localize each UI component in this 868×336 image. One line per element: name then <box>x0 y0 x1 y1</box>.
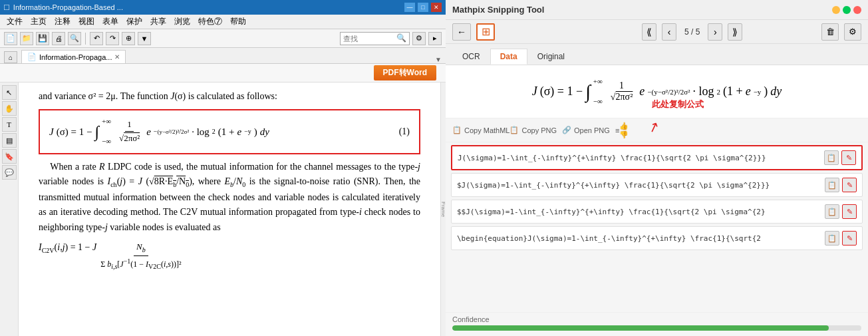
nav-prev-btn[interactable]: ‹ <box>662 23 676 41</box>
window-controls: — □ ✕ <box>404 3 442 12</box>
latex-item-3-actions: 📋 ✎ <box>825 231 857 246</box>
menu-browse[interactable]: 浏览 <box>170 16 194 27</box>
save-icon[interactable]: 💾 <box>36 32 49 45</box>
tab-document[interactable]: 📄 Information-Propaga... ✕ <box>21 50 126 63</box>
comment-icon[interactable]: 💬 <box>2 165 17 180</box>
menu-share[interactable]: 共享 <box>146 16 170 27</box>
mathpix-tabs: OCR Data Original <box>446 44 868 65</box>
confidence-label: Confidence <box>452 315 861 323</box>
copy-png-label: Copy PNG <box>521 126 557 134</box>
close-btn[interactable]: ✕ <box>431 3 442 12</box>
latex-copy-btn-1[interactable]: 📋 <box>825 178 839 192</box>
open-icon[interactable]: 📁 <box>20 32 33 45</box>
open-png-btn[interactable]: 🔗 Open PNG <box>562 126 610 134</box>
copy-png-icon: 📋 <box>509 126 519 134</box>
latex-item-2-actions: 📋 ✎ <box>825 204 857 219</box>
nav-next-btn[interactable]: › <box>708 23 722 41</box>
menu-protect[interactable]: 保护 <box>122 16 146 27</box>
search-input[interactable] <box>343 35 396 43</box>
search-icon[interactable]: 🔍 <box>396 33 406 43</box>
menu-special[interactable]: 特色⑦ <box>194 16 226 27</box>
dislike-btn[interactable]: 👎 <box>619 130 629 139</box>
minimize-btn[interactable]: — <box>404 3 415 12</box>
app-title: Information-Propagation-Based ... <box>13 3 123 11</box>
latex-text-3: \begin{equation}J(\sigma)=1-\int_{-\inft… <box>457 234 825 243</box>
confidence-bar-fill <box>452 325 829 331</box>
text-paragraph-1: and variance σ² = 2μ. The function J(σ) … <box>39 89 420 104</box>
menu-view[interactable]: 视图 <box>74 16 98 27</box>
tab-close-btn[interactable]: ✕ <box>114 53 120 61</box>
redo-icon[interactable]: ↷ <box>106 32 119 45</box>
mathpix-action-bar: 📋 Copy MathML 此处复制公式 ↙ 📋 Copy PNG 🔗 Open… <box>446 118 868 142</box>
copy-mathml-label: Copy MathML <box>464 126 509 134</box>
latex-copy-btn-2[interactable]: 📋 <box>825 204 839 219</box>
latex-copy-btn-0[interactable]: 📋 <box>824 150 839 165</box>
tab-data[interactable]: Data <box>490 49 527 65</box>
search-box[interactable]: 🔍 <box>340 32 410 45</box>
mathpix-minimize-btn[interactable] <box>832 6 840 14</box>
cursor-tool-icon[interactable]: ↖ <box>2 85 17 100</box>
like-btn[interactable]: 👍 <box>619 122 629 130</box>
zoom-icon[interactable]: 🔍 <box>68 32 81 45</box>
cursor-icon[interactable]: ⊕ <box>122 32 135 45</box>
menu-bar: 文件 主页 注释 视图 表单 保护 共享 浏览 特色⑦ 帮助 <box>0 15 446 29</box>
expand-icon[interactable]: ▸ <box>428 32 442 45</box>
nav-back-btn[interactable]: ← <box>452 23 471 41</box>
main-toolbar: 📄 📁 💾 🖨 🔍 ↶ ↷ ⊕ ▼ 🔍 ⚙ ▸ <box>0 29 446 48</box>
mathpix-rendered-math: J(σ) = 1 − ∫ +∞ −∞ 1 √2πσ² e−(y−σ²/2)²/2… <box>446 65 868 118</box>
open-png-label: Open PNG <box>574 126 610 134</box>
menu-form[interactable]: 表单 <box>98 16 122 27</box>
mathpix-settings-btn[interactable]: ⚙ <box>844 23 861 41</box>
copy-png-btn[interactable]: 📋 Copy PNG <box>509 126 557 134</box>
highlight-icon[interactable]: ▤ <box>2 133 17 148</box>
mathpix-title-bar: Mathpix Snipping Tool <box>446 0 868 20</box>
action-icons: 📋 Copy PNG 🔗 Open PNG ≡ <box>509 126 619 134</box>
tab-controls: ▼ <box>435 56 442 63</box>
annotation-label: 此处复制公式 <box>652 98 704 110</box>
print-icon[interactable]: 🖨 <box>52 32 65 45</box>
settings-icon[interactable]: ⚙ <box>412 32 426 45</box>
text-tool-icon[interactable]: T <box>2 117 17 132</box>
copy-mathml-btn[interactable]: 📋 Copy MathML <box>452 126 509 134</box>
latex-item-2: $$J(\sigma)=1-\int_{-\infty}^{+\infty} \… <box>451 200 863 224</box>
nav-prev-prev-btn[interactable]: ⟪ <box>642 23 656 41</box>
tab-dropdown-btn[interactable]: ▼ <box>435 56 442 63</box>
tab-original[interactable]: Original <box>527 49 575 65</box>
restore-btn[interactable]: □ <box>418 3 428 12</box>
latex-edit-btn-1[interactable]: ✎ <box>842 178 857 192</box>
bottom-formula-preview: IC2V(i,j) = 1 − J Nb Σ bi,s[J−1(1 − IV2C… <box>39 240 420 272</box>
menu-home[interactable]: 主页 <box>27 16 51 27</box>
latex-edit-btn-3[interactable]: ✎ <box>842 231 857 246</box>
mathpix-delete-btn[interactable]: 🗑 <box>821 23 839 41</box>
latex-results-list: J(\sigma)=1-\int_{-\infty}^{+\infty} \fr… <box>446 142 868 312</box>
menu-help[interactable]: 帮助 <box>226 16 250 27</box>
mathpix-maximize-btn[interactable] <box>843 6 851 14</box>
hand-tool-icon[interactable]: ✋ <box>2 101 17 116</box>
undo-icon[interactable]: ↶ <box>90 32 103 45</box>
copy-mathml-icon: 📋 <box>452 126 462 134</box>
latex-copy-btn-3[interactable]: 📋 <box>825 231 839 246</box>
mathpix-close-btn[interactable] <box>853 6 861 14</box>
nav-capture-btn[interactable]: ⊞ <box>476 23 495 41</box>
dropdown-icon[interactable]: ▼ <box>138 32 151 45</box>
latex-text-1: $J(\sigma)=1-\int_{-\infty}^{+\infty} \f… <box>457 181 825 190</box>
new-icon[interactable]: 📄 <box>4 32 17 45</box>
formula-box: J(σ) = 1 − ∫ +∞ −∞ 1 √2πσ² e−(y−σ²/2)²/2… <box>39 109 420 154</box>
nav-next-next-btn[interactable]: ⟫ <box>728 23 742 41</box>
latex-edit-btn-0[interactable]: ✎ <box>841 150 856 165</box>
tab-ocr[interactable]: OCR <box>452 49 490 65</box>
pdf-content: and variance σ² = 2μ. The function J(σ) … <box>19 83 440 336</box>
menu-file[interactable]: 文件 <box>3 16 27 27</box>
mathpix-title: Mathpix Snipping Tool <box>452 5 544 15</box>
tab-home-icon[interactable]: ⌂ <box>4 51 17 63</box>
formula-content: J(σ) = 1 − ∫ +∞ −∞ 1 √2πσ² e−(y−σ²/2)²/2… <box>49 116 269 147</box>
latex-text-0: J(\sigma)=1-\int_{-\infty}^{+\infty} \fr… <box>458 154 824 162</box>
latex-edit-btn-2[interactable]: ✎ <box>842 204 857 219</box>
pdf-convert-button[interactable]: PDF转Word <box>374 65 436 81</box>
latex-item-3: \begin{equation}J(\sigma)=1-\int_{-\inft… <box>451 226 863 250</box>
bookmark-icon[interactable]: 🔖 <box>2 149 17 164</box>
content-area: ↖ ✋ T ▤ 🔖 💬 and variance σ² = 2μ. The fu… <box>0 83 446 336</box>
menu-annotate[interactable]: 注释 <box>51 16 74 27</box>
formula-number: (1) <box>399 124 410 139</box>
latex-item-1: $J(\sigma)=1-\int_{-\infty}^{+\infty} \f… <box>451 173 863 197</box>
